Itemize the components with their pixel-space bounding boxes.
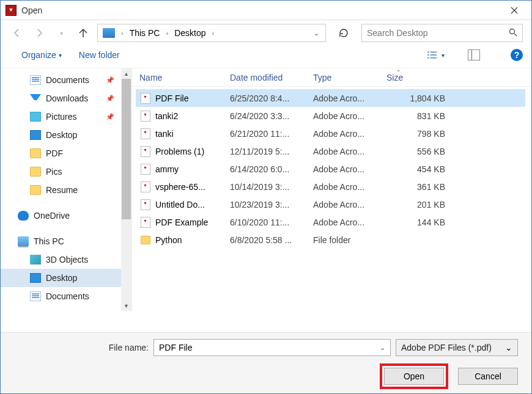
sidebar-item[interactable]: Resume — [1, 181, 131, 199]
scroll-down-icon[interactable]: ▼ — [121, 301, 131, 311]
pc-icon — [103, 28, 115, 38]
file-row[interactable]: Python6/8/2020 5:58 ...File folder — [136, 231, 525, 249]
filename-combo[interactable]: PDF File ⌄ — [153, 339, 391, 356]
file-row[interactable]: PDF Example6/10/2020 11:...Adobe Acro...… — [136, 213, 525, 231]
sidebar-item[interactable]: Desktop — [1, 126, 131, 144]
search-icon[interactable] — [509, 28, 517, 38]
search-input[interactable] — [367, 28, 509, 38]
scroll-up-icon[interactable]: ▲ — [121, 68, 131, 79]
address-dropdown-icon[interactable]: ⌄ — [310, 29, 323, 37]
sidebar-item[interactable]: Desktop — [1, 269, 131, 287]
file-type: Adobe Acro... — [313, 200, 386, 210]
sidebar-item[interactable]: 3D Objects — [1, 250, 131, 269]
file-row[interactable]: Untitled Do...10/23/2019 3:...Adobe Acro… — [136, 195, 525, 213]
file-row[interactable]: tanki26/24/2020 3:3...Adobe Acro...831 K… — [136, 107, 525, 125]
close-button[interactable] — [502, 1, 526, 20]
docs-icon — [30, 75, 41, 85]
sidebar-item[interactable]: Documents📌 — [1, 71, 131, 89]
file-date: 6/14/2020 6:0... — [230, 164, 313, 174]
file-type: Adobe Acro... — [313, 217, 386, 227]
sidebar-item-label: Desktop — [46, 273, 77, 283]
dropdown-icon[interactable]: ⌄ — [505, 343, 512, 352]
column-header-row: Name Date modified Type ⌄ Size — [132, 68, 531, 87]
file-size: 798 KB — [386, 129, 453, 139]
new-folder-button[interactable]: New folder — [79, 50, 120, 60]
breadcrumb-sep-icon[interactable]: › — [119, 29, 126, 37]
column-header-size-label: Size — [386, 73, 403, 82]
folder-icon — [30, 148, 41, 158]
file-size: 454 KB — [386, 164, 453, 174]
address-bar[interactable]: › This PC › Desktop › ⌄ — [97, 24, 326, 42]
folder-icon — [30, 185, 41, 195]
sidebar-item[interactable]: PDF — [1, 144, 131, 162]
file-date: 6/24/2020 3:3... — [230, 111, 313, 121]
bottom-panel: File name: PDF File ⌄ Adobe PDF Files (*… — [1, 332, 531, 393]
sidebar-item[interactable]: Pictures📌 — [1, 108, 131, 126]
sidebar-item[interactable]: This PC — [1, 232, 131, 250]
sidebar-item[interactable]: Downloads📌 — [1, 89, 131, 108]
filename-value: PDF File — [159, 343, 380, 352]
search-box[interactable] — [361, 24, 523, 42]
file-size: 1,804 KB — [386, 93, 453, 103]
pdf-icon — [139, 128, 152, 139]
file-type: Adobe Acro... — [313, 182, 386, 192]
cancel-button[interactable]: Cancel — [458, 368, 518, 385]
file-name: tanki — [152, 129, 230, 139]
file-row[interactable]: Problems (1)12/11/2019 5:...Adobe Acro..… — [136, 142, 525, 160]
file-type: Adobe Acro... — [313, 129, 386, 139]
sidebar-item[interactable]: OneDrive — [1, 206, 131, 225]
pdf-icon — [139, 217, 152, 228]
file-name: Python — [152, 235, 230, 245]
column-header-size[interactable]: ⌄ Size — [386, 73, 460, 82]
file-name: ammy — [152, 164, 230, 174]
file-row[interactable]: vsphere-65...10/14/2019 3:...Adobe Acro.… — [136, 178, 525, 195]
organize-button[interactable]: Organize ▾ — [21, 50, 62, 60]
sidebar-item-label: OneDrive — [34, 211, 70, 221]
sidebar-item[interactable]: Pics — [1, 162, 131, 181]
main-area: Documents📌Downloads📌Pictures📌DesktopPDFP… — [1, 68, 531, 311]
app-icon — [6, 5, 17, 16]
view-options-button[interactable]: ▾ — [427, 48, 445, 62]
file-list: PDF File6/25/2020 8:4...Adobe Acro...1,8… — [132, 87, 531, 311]
file-size: 201 KB — [386, 200, 453, 210]
organize-label: Organize — [21, 50, 56, 60]
breadcrumb-sep-icon[interactable]: › — [210, 29, 217, 37]
file-size: 361 KB — [386, 182, 453, 192]
svg-rect-6 — [430, 57, 437, 59]
filetype-filter[interactable]: Adobe PDF Files (*.pdf) ⌄ — [396, 339, 518, 356]
column-header-type[interactable]: Type — [313, 73, 386, 82]
filename-label: File name: — [14, 343, 149, 352]
column-header-date[interactable]: Date modified — [230, 73, 313, 82]
sidebar-scrollbar[interactable]: ▲ ▼ — [121, 68, 131, 311]
sidebar-item-label: Documents — [46, 291, 89, 301]
file-list-area: Name Date modified Type ⌄ Size PDF File6… — [132, 68, 531, 311]
file-date: 6/10/2020 11:... — [230, 217, 313, 227]
breadcrumb-this-pc[interactable]: This PC — [127, 28, 163, 38]
sidebar-item[interactable]: Documents — [1, 287, 131, 305]
column-header-name[interactable]: Name — [139, 73, 230, 82]
pin-icon: 📌 — [106, 95, 114, 103]
file-row[interactable]: ammy6/14/2020 6:0...Adobe Acro...454 KB — [136, 160, 525, 178]
file-row[interactable]: tanki6/21/2020 11:...Adobe Acro...798 KB — [136, 125, 525, 142]
forward-button[interactable] — [31, 25, 47, 41]
open-button[interactable]: Open — [384, 368, 444, 385]
file-size: 831 KB — [386, 111, 453, 121]
help-button[interactable]: ? — [511, 49, 523, 61]
docs-icon — [30, 291, 41, 301]
back-button[interactable] — [9, 25, 25, 41]
file-row[interactable]: PDF File6/25/2020 8:4...Adobe Acro...1,8… — [136, 89, 525, 107]
file-name: PDF File — [152, 93, 230, 103]
dropdown-icon[interactable]: ⌄ — [380, 344, 385, 352]
desk-icon — [30, 130, 41, 140]
recent-dropdown[interactable]: ▾ — [53, 25, 69, 41]
file-date: 12/11/2019 5:... — [230, 147, 313, 156]
breadcrumb-desktop[interactable]: Desktop — [172, 28, 208, 38]
preview-pane-button[interactable] — [468, 49, 480, 60]
up-button[interactable] — [75, 25, 91, 41]
sidebar-item-label: PDF — [46, 148, 63, 158]
refresh-button[interactable] — [336, 25, 352, 41]
scroll-thumb[interactable] — [122, 79, 131, 219]
pin-icon: 📌 — [106, 76, 114, 84]
file-size: 144 KB — [386, 217, 453, 227]
breadcrumb-sep-icon[interactable]: › — [163, 29, 171, 37]
